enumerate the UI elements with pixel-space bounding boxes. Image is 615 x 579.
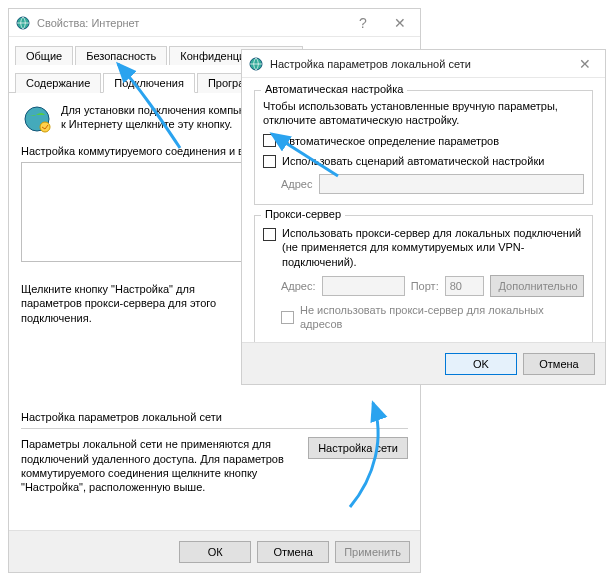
- proxy-bypass-label: Не использовать прокси-сервер для локаль…: [300, 303, 584, 332]
- apply-button[interactable]: Применить: [335, 541, 410, 563]
- auto-script-checkbox[interactable]: [263, 155, 276, 168]
- auto-detect-checkbox[interactable]: [263, 134, 276, 147]
- proxy-use-row[interactable]: Использовать прокси-сервер для локальных…: [263, 226, 584, 269]
- auto-detect-row[interactable]: Автоматическое определение параметров: [263, 134, 584, 148]
- tab-general[interactable]: Общие: [15, 46, 73, 65]
- proxy-bypass-row: Не использовать прокси-сервер для локаль…: [281, 303, 584, 332]
- lan-settings-footer: OK Отмена: [242, 342, 605, 384]
- proxy-advanced-button: Дополнительно: [490, 275, 584, 297]
- proxy-legend: Прокси-сервер: [261, 208, 345, 220]
- window-title: Настройка параметров локальной сети: [270, 58, 471, 70]
- titlebar: Свойства: Интернет ? ✕: [9, 9, 420, 37]
- cancel-button[interactable]: Отмена: [257, 541, 329, 563]
- svg-point-2: [40, 122, 50, 132]
- auto-desc: Чтобы использовать установленные вручную…: [263, 99, 584, 128]
- internet-properties-footer: ОК Отмена Применить: [9, 530, 420, 572]
- proxy-use-label: Использовать прокси-сервер для локальных…: [282, 226, 584, 269]
- help-button[interactable]: ?: [346, 9, 380, 36]
- cancel-button[interactable]: Отмена: [523, 353, 595, 375]
- proxy-addr-input: [322, 276, 405, 296]
- window-controls: ✕: [565, 50, 605, 77]
- lan-settings-button[interactable]: Настройка сети: [308, 437, 408, 459]
- proxy-use-checkbox[interactable]: [263, 228, 276, 241]
- window-controls: ? ✕: [346, 9, 420, 36]
- proxy-group: Прокси-сервер Использовать прокси-сервер…: [254, 215, 593, 342]
- proxy-addr-label: Адрес:: [281, 280, 316, 292]
- tab-connections[interactable]: Подключения: [103, 73, 195, 93]
- auto-config-group: Автоматическая настройка Чтобы использов…: [254, 90, 593, 205]
- ok-button[interactable]: ОК: [179, 541, 251, 563]
- lan-section-text: Параметры локальной сети не применяются …: [21, 437, 296, 494]
- proxy-port-input: 80: [445, 276, 484, 296]
- lan-section-title: Настройка параметров локальной сети: [21, 411, 408, 424]
- proxy-hint: Щелкните кнопку "Настройка" для параметр…: [21, 282, 231, 325]
- install-info: Для установки подключения компьютера к И…: [61, 103, 270, 135]
- proxy-bypass-checkbox: [281, 311, 294, 324]
- internet-options-icon: [248, 56, 264, 72]
- auto-script-row[interactable]: Использовать сценарий автоматической нас…: [263, 154, 584, 168]
- auto-legend: Автоматическая настройка: [261, 83, 407, 95]
- titlebar: Настройка параметров локальной сети ✕: [242, 50, 605, 78]
- proxy-port-label: Порт:: [411, 280, 439, 292]
- ok-button[interactable]: OK: [445, 353, 517, 375]
- auto-addr-label: Адрес: [281, 178, 313, 190]
- tab-security[interactable]: Безопасность: [75, 46, 167, 65]
- internet-options-icon: [15, 15, 31, 31]
- close-button[interactable]: ✕: [380, 9, 420, 36]
- lan-settings-window: Настройка параметров локальной сети ✕ Ав…: [241, 49, 606, 385]
- globe-icon: [21, 103, 53, 135]
- auto-detect-label: Автоматическое определение параметров: [282, 134, 499, 148]
- auto-addr-input: [319, 174, 585, 194]
- close-button[interactable]: ✕: [565, 50, 605, 77]
- tab-content[interactable]: Содержание: [15, 73, 101, 93]
- auto-script-label: Использовать сценарий автоматической нас…: [282, 154, 544, 168]
- window-title: Свойства: Интернет: [37, 17, 139, 29]
